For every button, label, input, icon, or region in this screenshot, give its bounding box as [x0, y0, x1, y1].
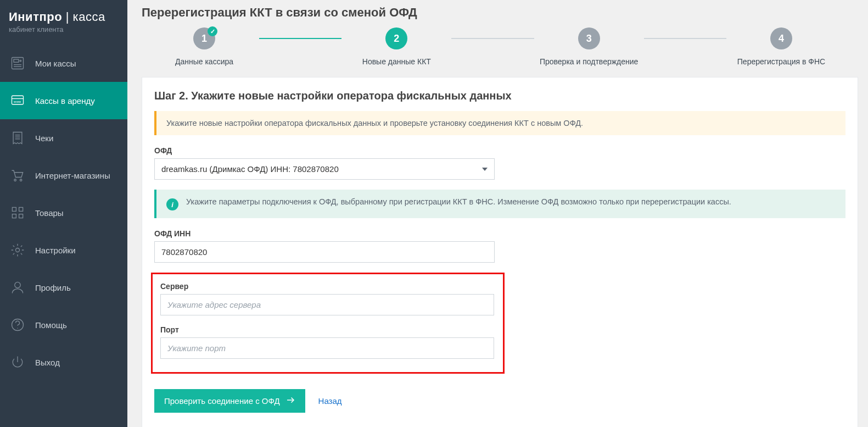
svg-rect-13	[12, 207, 16, 211]
gear-icon	[9, 241, 26, 259]
user-icon	[9, 279, 26, 296]
grid-icon	[9, 204, 26, 221]
receipt-icon	[9, 129, 26, 147]
svg-rect-16	[19, 214, 23, 218]
ofd-select[interactable]: dreamkas.ru (Дримкас ОФД) ИНН: 780287082…	[154, 158, 495, 180]
step-label: Новые данные ККТ	[362, 57, 431, 66]
inn-input[interactable]	[154, 241, 495, 263]
sidebar-item-label: Мои кассы	[35, 59, 76, 68]
info-icon: i	[166, 198, 178, 210]
field-inn: ОФД ИНН	[154, 229, 845, 263]
sidebar-item-label: Товары	[35, 208, 64, 218]
sidebar-item-profile[interactable]: Профиль	[0, 269, 127, 306]
form-actions: Проверить соединение с ОФД Назад	[154, 389, 845, 413]
svg-point-20	[17, 328, 18, 328]
stepper: 1 ✓ Данные кассира 2 Новые данные ККТ 3 …	[127, 27, 858, 69]
sidebar-item-shops[interactable]: Интернет-магазины	[0, 157, 127, 194]
page-title: Перерегистрация ККТ в связи со сменой ОФ…	[127, 0, 858, 27]
ofd-label: ОФД	[154, 146, 845, 155]
inn-label: ОФД ИНН	[154, 229, 845, 238]
step-2[interactable]: 2 Новые данные ККТ	[341, 27, 451, 66]
step-1[interactable]: 1 ✓ Данные кассира	[149, 27, 259, 66]
server-label: Сервер	[160, 282, 495, 291]
sidebar-item-help[interactable]: Помощь	[0, 306, 127, 343]
sidebar-item-exit[interactable]: Выход	[0, 343, 127, 381]
step-circle: 2	[385, 27, 407, 49]
svg-point-18	[15, 282, 21, 288]
back-link[interactable]: Назад	[318, 396, 342, 406]
port-input[interactable]	[160, 337, 494, 359]
svg-point-17	[16, 248, 20, 252]
step-circle: 1 ✓	[193, 27, 215, 49]
form-card: Шаг 2. Укажите новые настройки оператора…	[142, 77, 858, 427]
step-circle: 3	[578, 27, 600, 49]
help-icon	[9, 316, 26, 334]
sidebar-item-label: Кассы в аренду	[35, 96, 95, 106]
brand-name-1: Инитпро	[9, 10, 62, 24]
alert-info: i Укажите параметры подключения к ОФД, в…	[154, 190, 845, 218]
main: Перерегистрация ККТ в связи со сменой ОФ…	[127, 0, 868, 427]
svg-rect-15	[12, 214, 16, 218]
step-label: Проверка и подтверждение	[540, 57, 638, 66]
brand-name-2: касса	[73, 10, 105, 24]
sidebar-item-rent[interactable]: www Кассы в аренду	[0, 82, 127, 119]
svg-rect-14	[19, 207, 23, 211]
check-icon: ✓	[208, 26, 217, 36]
step-3[interactable]: 3 Проверка и подтверждение	[534, 27, 644, 66]
svg-point-12	[20, 179, 22, 181]
check-connection-button[interactable]: Проверить соединение с ОФД	[154, 389, 305, 413]
step-4[interactable]: 4 Перерегистрация в ФНС	[726, 27, 836, 66]
server-input[interactable]	[160, 294, 494, 315]
svg-text:www: www	[13, 99, 21, 103]
brand: Инитпро | касса кабинет клиента	[0, 0, 127, 39]
sidebar-item-my-kassy[interactable]: Мои кассы	[0, 45, 127, 82]
step-line	[259, 38, 341, 39]
sidebar-item-label: Чеки	[35, 134, 53, 143]
browser-icon: www	[9, 92, 26, 109]
step-label: Перерегистрация в ФНС	[737, 57, 825, 66]
cart-icon	[9, 167, 26, 184]
step-label: Данные кассира	[175, 57, 233, 66]
step-line	[644, 38, 726, 39]
chevron-down-icon	[482, 168, 488, 171]
sidebar-item-label: Профиль	[35, 283, 71, 292]
sidebar-item-settings[interactable]: Настройки	[0, 231, 127, 269]
brand-subtitle: кабинет клиента	[9, 25, 119, 34]
step-line	[451, 38, 534, 39]
svg-point-2	[20, 60, 21, 62]
svg-rect-1	[14, 59, 19, 62]
port-label: Порт	[160, 325, 495, 334]
field-port: Порт	[160, 325, 495, 359]
sidebar-item-label: Выход	[35, 358, 60, 367]
field-ofd: ОФД dreamkas.ru (Дримкас ОФД) ИНН: 78028…	[154, 146, 845, 180]
sidebar-item-label: Помощь	[35, 320, 67, 330]
sidebar-item-goods[interactable]: Товары	[0, 194, 127, 231]
card-title: Шаг 2. Укажите новые настройки оператора…	[154, 90, 845, 102]
field-server: Сервер	[160, 282, 495, 315]
ofd-select-value: dreamkas.ru (Дримкас ОФД) ИНН: 780287082…	[161, 164, 339, 174]
arrow-right-icon	[285, 395, 295, 407]
sidebar-nav: Мои кассы www Кассы в аренду Чеки Интерн…	[0, 45, 127, 381]
svg-point-11	[14, 179, 16, 181]
step-circle: 4	[770, 27, 792, 49]
sidebar-item-cheki[interactable]: Чеки	[0, 119, 127, 157]
cash-register-icon	[9, 54, 26, 72]
power-icon	[9, 353, 26, 371]
sidebar-item-label: Интернет-магазины	[35, 171, 110, 180]
sidebar: Инитпро | касса кабинет клиента Мои касс…	[0, 0, 127, 427]
highlight-box: Сервер Порт	[151, 273, 505, 374]
sidebar-item-label: Настройки	[35, 246, 76, 255]
alert-warning: Укажите новые настройки оператора фискал…	[154, 111, 845, 135]
